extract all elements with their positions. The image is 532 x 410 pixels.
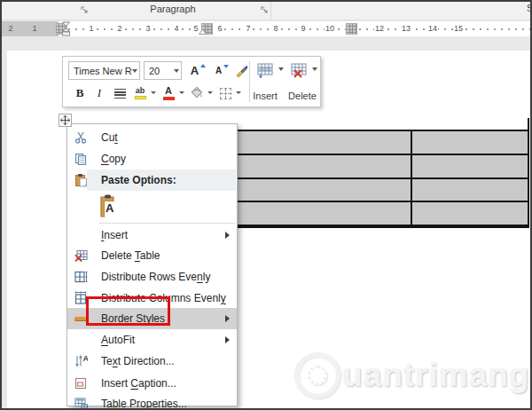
shading-bucket-icon xyxy=(190,86,204,100)
ruler-number: 14 xyxy=(427,24,438,34)
menu-item-distribute-rows[interactable]: Distribute Rows Evenly xyxy=(67,266,237,288)
ruler-number: 3 xyxy=(145,24,151,34)
insert-table-label[interactable]: Insert xyxy=(249,91,281,101)
justify-button[interactable] xyxy=(112,84,128,102)
ruler-number: 1 xyxy=(88,24,94,34)
ruler-number: 9 xyxy=(300,24,306,34)
menu-item-autofit[interactable]: AutoFit xyxy=(67,329,237,350)
hanging-indent-marker[interactable] xyxy=(198,28,207,35)
borders-button[interactable] xyxy=(216,84,234,102)
text-highlight-icon: ab xyxy=(135,87,146,99)
ruler-number: 12 xyxy=(374,24,385,34)
dialog-launcher-icon[interactable] xyxy=(81,6,90,15)
menu-item-label: Cut xyxy=(101,131,118,144)
ruler-number: 7 xyxy=(245,24,251,34)
table-properties-icon xyxy=(67,398,94,410)
menu-item-insert[interactable]: Insert xyxy=(67,225,237,245)
menu-item-label: Table Properties... xyxy=(101,398,187,410)
paragraph-group-label: Paragraph xyxy=(129,4,217,14)
menu-item-label: Insert xyxy=(101,229,128,241)
watermark-text: uantrimang xyxy=(342,357,529,394)
menu-item-cut[interactable]: Cut xyxy=(67,127,237,148)
menu-separator xyxy=(99,223,235,224)
grow-font-button[interactable]: A xyxy=(186,61,208,80)
chevron-down-icon[interactable] xyxy=(236,91,241,94)
highlight-color-bar xyxy=(135,96,146,99)
menu-item-label: Copy xyxy=(101,153,126,165)
menu-item-text-direction[interactable]: A Text Direction... xyxy=(67,350,237,373)
font-color-button[interactable]: A xyxy=(160,84,177,102)
font-name-combo[interactable]: Times New Ro xyxy=(68,61,140,80)
delete-table-button[interactable] xyxy=(290,61,309,79)
move-icon xyxy=(60,115,70,125)
menu-item-label: AutoFit xyxy=(101,334,135,346)
ruler-number: 13 xyxy=(401,24,411,34)
ribbon-group-separator xyxy=(270,0,271,20)
shading-button[interactable] xyxy=(188,84,206,102)
ruler-number: 6 xyxy=(216,24,223,34)
chevron-down-icon[interactable] xyxy=(174,69,179,73)
menu-item-delete-table[interactable]: Delete Table xyxy=(67,245,237,266)
menu-item-insert-caption[interactable]: Insert Caption... xyxy=(67,373,237,394)
highlight-label: ab xyxy=(136,87,145,95)
font-color-icon: A xyxy=(163,86,175,100)
text-highlight-button[interactable]: ab xyxy=(131,84,149,102)
chevron-down-icon[interactable] xyxy=(132,69,137,73)
chevron-down-icon[interactable] xyxy=(312,67,317,71)
menu-item-paste-options: Paste Options: xyxy=(67,170,237,191)
table-column-border xyxy=(411,131,412,226)
paragraph-dialog-launcher-icon[interactable] xyxy=(261,6,270,15)
mini-toolbar: Times New Ro 20 A A xyxy=(62,56,321,107)
ruler-number: 15 xyxy=(453,24,464,34)
font-color-bar xyxy=(163,97,175,100)
text-direction-icon: A xyxy=(67,354,94,368)
table-right-border-stub xyxy=(528,118,529,130)
menu-item-label: Text Direction... xyxy=(101,355,175,367)
word-window: Paragraph S 2 1 1 2 3 4 5 6 7 8 9 10 12 … xyxy=(0,0,532,410)
font-name-value: Times New Ro xyxy=(74,66,132,76)
italic-button[interactable]: I xyxy=(91,84,107,102)
watermark-logo-icon xyxy=(294,352,340,398)
font-size-combo[interactable]: 20 xyxy=(144,61,182,80)
menu-item-copy[interactable]: Copy xyxy=(67,148,237,170)
table-context-menu: Cut Copy Paste Opt xyxy=(66,123,238,406)
chevron-down-icon[interactable] xyxy=(278,67,284,71)
format-painter-button[interactable] xyxy=(233,61,249,80)
ruler-number: 4 xyxy=(173,24,179,34)
delete-table-label[interactable]: Delete xyxy=(285,91,320,101)
bold-icon: B xyxy=(76,86,84,100)
ruler-number: 8 xyxy=(272,24,278,34)
paste-options-row: A xyxy=(67,191,237,221)
paste-options-label: Paste Options: xyxy=(101,174,176,186)
menu-item-label: Delete Table xyxy=(101,249,160,262)
table-column-marker[interactable] xyxy=(346,23,357,35)
chevron-down-icon[interactable] xyxy=(207,91,213,94)
submenu-arrow-icon xyxy=(225,336,230,343)
menu-item-label: Insert Caption... xyxy=(101,377,176,390)
menu-item-label: Distribute Rows Evenly xyxy=(101,271,210,283)
lightbulb-icon xyxy=(308,366,327,385)
table-move-handle[interactable] xyxy=(59,114,72,127)
chevron-down-icon[interactable] xyxy=(151,91,156,94)
svg-text:A: A xyxy=(82,354,88,363)
indent-markers[interactable] xyxy=(61,21,71,36)
font-size-value: 20 xyxy=(149,66,174,76)
chevron-down-icon[interactable] xyxy=(179,91,184,94)
keep-text-only-button[interactable]: A xyxy=(98,193,121,219)
insert-table-button[interactable] xyxy=(256,61,276,79)
font-color-label: A xyxy=(165,86,172,96)
delete-table-icon xyxy=(291,63,309,78)
ribbon-partial-text: S xyxy=(527,3,532,13)
shrink-font-button[interactable]: A xyxy=(210,61,232,80)
insert-caption-icon xyxy=(67,377,94,390)
distribute-rows-icon xyxy=(67,271,94,283)
annotation-highlight-box xyxy=(86,296,170,326)
format-painter-icon xyxy=(235,64,248,77)
grow-font-icon: A xyxy=(191,64,199,77)
horizontal-ruler[interactable]: 2 1 1 2 3 4 5 6 7 8 9 10 12 13 14 15 xyxy=(0,21,532,36)
ruler-number: 2 xyxy=(7,24,13,34)
ruler-number: 10 xyxy=(325,24,335,34)
menu-item-table-properties[interactable]: Table Properties... xyxy=(67,394,237,410)
italic-icon: I xyxy=(98,86,101,100)
bold-button[interactable]: B xyxy=(72,84,88,102)
